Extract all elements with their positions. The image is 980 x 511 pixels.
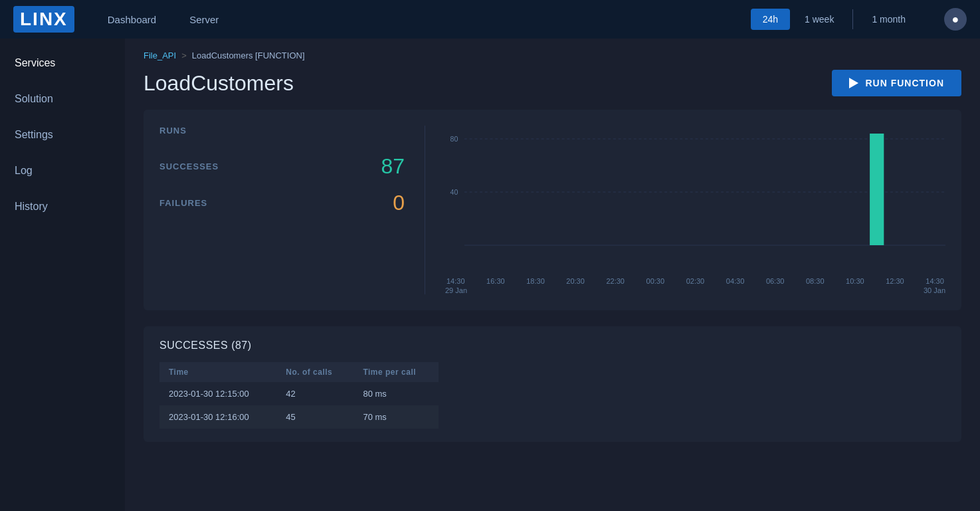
x-label-4: 22:30 [606,277,625,285]
successes-value: 87 [381,154,405,179]
main-layout: Services Solution Settings Log History F… [0,39,980,511]
date-label-right: 30 Jan [924,286,945,294]
page-header: LoadCustomers RUN FUNCTION [144,70,961,96]
user-avatar[interactable]: ● [944,8,967,31]
successes-table: Time No. of calls Time per call 2023-01-… [159,362,439,429]
stats-chart-panel: RUNS SUCCESSES 87 FAILURES 0 [144,110,961,310]
chart-svg: 80 40 [445,126,945,272]
time-divider [852,9,853,29]
x-label-3: 20:30 [566,277,585,285]
stats-panel: RUNS SUCCESSES 87 FAILURES 0 [159,126,425,294]
table-row: 2023-01-30 12:16:00 45 70 ms [159,405,439,429]
failures-value: 0 [393,191,405,215]
x-label-11: 12:30 [886,277,904,285]
cell-calls: 42 [276,382,353,405]
successes-section: SUCCESSES (87) Time No. of calls Time pe… [144,326,961,442]
cell-time-per-call: 80 ms [353,382,439,405]
cell-time: 2023-01-30 12:16:00 [159,405,276,429]
sidebar-item-solution[interactable]: Solution [0,81,125,117]
successes-label: SUCCESSES [159,161,219,171]
date-label-left: 29 Jan [445,286,467,294]
runs-label: RUNS [159,126,405,136]
page-title: LoadCustomers [144,71,294,96]
svg-text:40: 40 [450,188,458,196]
successes-row: SUCCESSES 87 [159,154,405,179]
svg-rect-5 [870,134,884,245]
run-function-button[interactable]: RUN FUNCTION [832,70,961,96]
content-area: File_API > LoadCustomers [FUNCTION] Load… [125,39,980,511]
run-function-label: RUN FUNCTION [865,78,944,88]
chart-panel: 80 40 14:30 16:30 18:30 20:30 22:30 00 [425,126,945,294]
breadcrumb-current: LoadCustomers [FUNCTION] [192,51,305,60]
play-icon [849,78,858,88]
logo: LINX [13,6,74,33]
x-label-9: 08:30 [806,277,825,285]
sidebar-item-log[interactable]: Log [0,153,125,189]
chart-area: 80 40 [445,126,945,274]
x-label-7: 04:30 [726,277,745,285]
col-time-per-call: Time per call [353,362,439,382]
cell-calls: 45 [276,405,353,429]
time-btn-24h[interactable]: 24h [751,9,790,30]
sidebar-item-services[interactable]: Services [0,45,125,81]
cell-time-per-call: 70 ms [353,405,439,429]
x-label-10: 10:30 [846,277,864,285]
x-label-6: 02:30 [686,277,705,285]
cell-time: 2023-01-30 12:15:00 [159,382,276,405]
col-time: Time [159,362,276,382]
x-label-0: 14:30 [446,277,465,285]
x-label-5: 00:30 [646,277,665,285]
failures-label: FAILURES [159,198,207,208]
chart-date-labels: 29 Jan 30 Jan [445,286,945,294]
breadcrumb-separator: > [181,51,187,60]
sidebar-item-history[interactable]: History [0,189,125,225]
chart-x-labels: 14:30 16:30 18:30 20:30 22:30 00:30 02:3… [445,277,945,285]
svg-text:80: 80 [450,135,458,143]
nav-server[interactable]: Server [183,10,225,29]
time-btn-1month[interactable]: 1 month [860,9,918,30]
x-label-12: 14:30 [926,277,944,285]
successes-title: SUCCESSES (87) [159,340,945,352]
sidebar-item-settings[interactable]: Settings [0,117,125,153]
x-label-8: 06:30 [766,277,785,285]
time-btn-1week[interactable]: 1 week [793,9,846,30]
col-calls: No. of calls [276,362,353,382]
breadcrumb-parent[interactable]: File_API [144,51,176,60]
time-controls: 24h 1 week 1 month [751,9,918,30]
sidebar: Services Solution Settings Log History [0,39,125,511]
breadcrumb: File_API > LoadCustomers [FUNCTION] [144,51,961,60]
x-label-1: 16:30 [486,277,505,285]
topnav: LINX Dashboard Server 24h 1 week 1 month… [0,0,980,39]
failures-row: FAILURES 0 [159,191,405,215]
table-row: 2023-01-30 12:15:00 42 80 ms [159,382,439,405]
nav-dashboard[interactable]: Dashboard [101,10,163,29]
x-label-2: 18:30 [526,277,545,285]
